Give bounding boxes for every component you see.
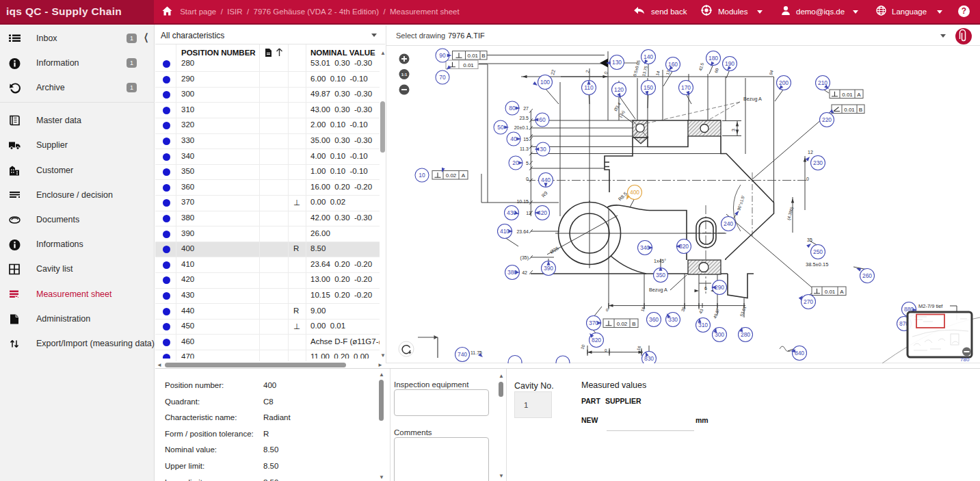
svg-text:250: 250 — [813, 248, 823, 255]
svg-text:0.01: 0.01 — [463, 62, 474, 68]
svg-text:A: A — [840, 289, 844, 295]
svg-text:0.01: 0.01 — [467, 53, 478, 59]
svg-text:290: 290 — [715, 284, 724, 291]
svg-text:190: 190 — [725, 60, 734, 67]
svg-text:260: 260 — [862, 272, 872, 279]
svg-text:27: 27 — [523, 106, 529, 111]
svg-text:220: 220 — [822, 116, 832, 123]
svg-text:150: 150 — [644, 84, 653, 91]
svg-text:70: 70 — [439, 74, 446, 81]
svg-text:23.64: 23.64 — [516, 229, 529, 234]
svg-text:B: B — [859, 107, 862, 113]
svg-text:270: 270 — [804, 298, 813, 305]
svg-text:90: 90 — [439, 52, 446, 59]
svg-text:23.5: 23.5 — [519, 116, 529, 120]
svg-text:120: 120 — [614, 86, 624, 93]
svg-text:400: 400 — [630, 189, 639, 196]
svg-text:(35): (35) — [520, 255, 529, 261]
svg-text:11.3: 11.3 — [520, 146, 529, 151]
svg-text:1:1: 1:1 — [401, 73, 408, 77]
svg-text:0.02: 0.02 — [617, 321, 628, 327]
svg-text:50: 50 — [497, 124, 504, 131]
svg-text:5: 5 — [526, 161, 529, 166]
svg-text:13.75: 13.75 — [641, 65, 648, 77]
svg-text:180: 180 — [708, 55, 718, 62]
svg-text:R9: R9 — [541, 190, 548, 198]
svg-text:42.5: 42.5 — [698, 62, 704, 71]
svg-text:35: 35 — [807, 237, 812, 242]
svg-text:38.5±0.15: 38.5±0.15 — [806, 261, 828, 268]
svg-text:0: 0 — [606, 307, 609, 312]
svg-text:410: 410 — [500, 228, 509, 235]
svg-text:3: 3 — [731, 129, 736, 131]
svg-text:B: B — [632, 321, 635, 327]
svg-text:0: 0 — [526, 177, 529, 181]
svg-text:840: 840 — [795, 350, 804, 356]
svg-text:R8.5: R8.5 — [618, 191, 628, 201]
svg-text:16: 16 — [635, 345, 641, 351]
svg-text:M2-7/9 tief: M2-7/9 tief — [918, 303, 943, 309]
svg-text:10: 10 — [579, 343, 585, 350]
svg-text:14: 14 — [654, 70, 661, 76]
svg-text:6: 6 — [704, 286, 707, 291]
svg-text:100: 100 — [540, 79, 550, 86]
svg-text:0: 0 — [605, 348, 607, 352]
svg-text:30: 30 — [540, 146, 546, 153]
svg-text:1x45°: 1x45° — [654, 259, 666, 263]
svg-text:170: 170 — [681, 84, 691, 91]
svg-text:42: 42 — [522, 270, 527, 275]
svg-text:820: 820 — [592, 337, 601, 343]
svg-text:160: 160 — [668, 61, 678, 68]
svg-text:740: 740 — [458, 351, 467, 358]
svg-text:280: 280 — [741, 331, 750, 338]
svg-text:110: 110 — [584, 84, 594, 91]
svg-text:390: 390 — [544, 265, 553, 272]
svg-text:200: 200 — [779, 79, 789, 86]
svg-text:Ø26: Ø26 — [549, 246, 559, 255]
svg-text:94: 94 — [768, 69, 774, 75]
svg-text:350: 350 — [656, 272, 665, 278]
svg-text:Bezug A: Bezug A — [743, 96, 762, 102]
svg-text:440: 440 — [541, 177, 551, 183]
svg-text:43: 43 — [698, 308, 704, 314]
svg-text:140: 140 — [644, 53, 653, 60]
svg-text:90°±1.5': 90°±1.5' — [736, 195, 745, 211]
svg-text:320: 320 — [679, 243, 689, 250]
svg-text:40: 40 — [510, 135, 517, 142]
svg-text:340: 340 — [640, 244, 650, 251]
svg-text:60: 60 — [539, 116, 546, 123]
svg-text:130: 130 — [612, 59, 622, 66]
svg-text:60: 60 — [713, 67, 719, 73]
svg-text:49.87: 49.87 — [712, 307, 720, 319]
svg-text:780: 780 — [960, 356, 970, 363]
svg-text:53.01: 53.01 — [739, 305, 747, 317]
svg-text:12: 12 — [808, 150, 813, 155]
svg-text:16: 16 — [639, 306, 646, 312]
svg-text:20±0.1: 20±0.1 — [514, 125, 529, 130]
svg-text:230: 230 — [813, 159, 823, 166]
svg-text:0.01: 0.01 — [842, 92, 853, 98]
svg-text:15: 15 — [523, 137, 529, 142]
svg-text:35: 35 — [680, 306, 686, 312]
svg-text:0.01: 0.01 — [844, 107, 855, 113]
svg-text:370: 370 — [589, 320, 598, 326]
svg-text:240: 240 — [724, 220, 733, 227]
svg-text:20: 20 — [512, 159, 519, 166]
svg-text:22: 22 — [550, 69, 556, 75]
svg-text:0.5±0.05: 0.5±0.05 — [632, 60, 641, 77]
svg-text:330: 330 — [668, 316, 678, 323]
svg-text:10.15: 10.15 — [516, 199, 529, 204]
svg-text:A: A — [857, 92, 861, 98]
svg-text:13: 13 — [526, 211, 531, 216]
svg-text:A: A — [462, 172, 466, 179]
svg-text:0: 0 — [806, 177, 809, 181]
svg-text:0.01: 0.01 — [825, 289, 836, 295]
svg-text:80: 80 — [509, 105, 516, 112]
svg-text:Bezug A: Bezug A — [649, 287, 667, 293]
svg-text:0.02: 0.02 — [446, 172, 457, 179]
svg-text:B: B — [481, 53, 485, 59]
svg-text:10: 10 — [419, 172, 425, 179]
svg-text:360: 360 — [649, 316, 659, 323]
